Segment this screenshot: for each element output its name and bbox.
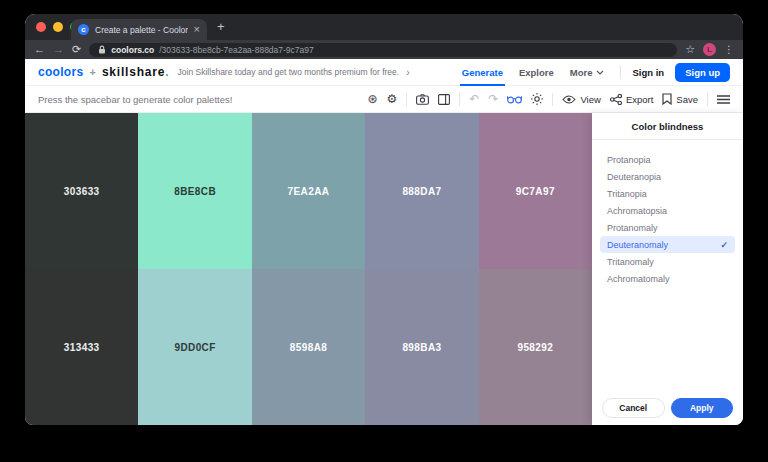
palette-column-4[interactable]: 888DA7 898BA3 bbox=[365, 113, 478, 425]
swatch-simulated[interactable]: 9DD0CF bbox=[138, 269, 251, 425]
view-button[interactable]: View bbox=[562, 94, 600, 105]
profile-avatar[interactable]: L bbox=[703, 43, 716, 56]
hex-label: 9C7A97 bbox=[516, 186, 555, 197]
hex-label: 898BA3 bbox=[402, 342, 441, 353]
skillshare-logo[interactable]: skillshare bbox=[102, 65, 165, 79]
apply-button[interactable]: Apply bbox=[671, 398, 734, 418]
palette-column-1[interactable]: 303633 313433 bbox=[25, 113, 138, 425]
palette: 303633 313433 8BE8CB 9DD0CF 7EA2AA 8598A… bbox=[25, 113, 592, 425]
hex-label: 888DA7 bbox=[402, 186, 441, 197]
back-icon[interactable]: ← bbox=[34, 44, 45, 55]
swatch-original[interactable]: 7EA2AA bbox=[252, 113, 365, 269]
redo-icon[interactable]: ↷ bbox=[488, 93, 498, 105]
export-label: Export bbox=[626, 94, 653, 105]
swatch-simulated[interactable]: 313433 bbox=[25, 269, 138, 425]
new-tab-button[interactable]: + bbox=[217, 19, 225, 34]
hex-label: 958292 bbox=[517, 342, 553, 353]
option-protanopia[interactable]: Protanopia bbox=[600, 151, 735, 168]
check-icon: ✓ bbox=[720, 240, 728, 250]
browser-window: c Create a palette - Coolors × + ← → ⟳ c… bbox=[25, 14, 743, 425]
option-tritanomaly[interactable]: Tritanomaly bbox=[600, 253, 735, 270]
generator-toolbar: Press the spacebar to generate color pal… bbox=[25, 86, 743, 113]
reload-icon[interactable]: ⟳ bbox=[72, 44, 81, 55]
brightness-sun-icon[interactable] bbox=[531, 93, 543, 105]
nav-more[interactable]: More bbox=[570, 59, 604, 86]
hex-label: 8BE8CB bbox=[174, 186, 216, 197]
plus-separator: + bbox=[89, 66, 95, 78]
nav-generate[interactable]: Generate bbox=[462, 59, 503, 86]
palette-column-3[interactable]: 7EA2AA 8598A8 bbox=[252, 113, 365, 425]
nav-more-label: More bbox=[570, 67, 593, 78]
browser-tab[interactable]: c Create a palette - Coolors × bbox=[71, 19, 207, 40]
hex-label: 7EA2AA bbox=[288, 186, 330, 197]
bookmark-star-icon[interactable]: ☆ bbox=[685, 43, 695, 56]
skillshare-logo-dot: . bbox=[165, 65, 168, 79]
swatch-original[interactable]: 9C7A97 bbox=[479, 113, 592, 269]
palette-column-5[interactable]: 9C7A97 958292 bbox=[479, 113, 592, 425]
undo-icon[interactable]: ↶ bbox=[469, 93, 479, 105]
color-blindness-panel: Color blindness Protanopia Deuteranopia … bbox=[592, 113, 743, 425]
option-tritanopia[interactable]: Tritanopia bbox=[600, 185, 735, 202]
forward-icon[interactable]: → bbox=[53, 44, 64, 55]
save-label: Save bbox=[676, 94, 698, 105]
sign-in-button[interactable]: Sign in bbox=[633, 67, 665, 78]
url-host: coolors.co bbox=[111, 45, 154, 55]
chrome-actions: ☆ L ⋮ bbox=[685, 43, 734, 56]
export-button[interactable]: Export bbox=[610, 94, 653, 105]
save-button[interactable]: Save bbox=[662, 93, 698, 105]
wheel-icon[interactable]: ⊛ bbox=[368, 93, 378, 105]
minimize-window-button[interactable] bbox=[53, 22, 63, 32]
option-achromatopsia[interactable]: Achromatopsia bbox=[600, 202, 735, 219]
swatch-original[interactable]: 8BE8CB bbox=[138, 113, 251, 269]
swatch-original[interactable]: 303633 bbox=[25, 113, 138, 269]
browser-toolbar: ← → ⟳ coolors.co/303633-8be8cb-7ea2aa-88… bbox=[25, 40, 743, 59]
swatch-original[interactable]: 888DA7 bbox=[365, 113, 478, 269]
sign-up-button[interactable]: Sign up bbox=[675, 63, 730, 82]
option-deuteranopia[interactable]: Deuteranopia bbox=[600, 168, 735, 185]
tab-strip: c Create a palette - Coolors × + bbox=[25, 14, 743, 40]
lock-icon bbox=[98, 45, 106, 54]
close-window-button[interactable] bbox=[36, 22, 46, 32]
panel-title: Color blindness bbox=[592, 113, 743, 140]
tab-title: Create a palette - Coolors bbox=[95, 25, 188, 35]
address-bar[interactable]: coolors.co/303633-8be8cb-7ea2aa-888da7-9… bbox=[89, 43, 677, 57]
site-header: coolors + skillshare. Join Skillshare to… bbox=[25, 59, 743, 86]
hex-label: 9DD0CF bbox=[174, 342, 215, 353]
panel-actions: Cancel Apply bbox=[592, 398, 743, 425]
hex-label: 8598A8 bbox=[290, 342, 327, 353]
coolors-logo[interactable]: coolors bbox=[38, 65, 83, 79]
color-blindness-glasses-icon[interactable] bbox=[507, 94, 522, 104]
bookmark-icon bbox=[662, 93, 672, 105]
nav-explore[interactable]: Explore bbox=[519, 59, 554, 86]
hex-label: 313433 bbox=[64, 342, 100, 353]
option-label: Deuteranomaly bbox=[607, 240, 668, 250]
promo-chevron-icon[interactable]: › bbox=[406, 67, 409, 78]
swatch-simulated[interactable]: 898BA3 bbox=[365, 269, 478, 425]
view-label: View bbox=[580, 94, 600, 105]
content-area: 303633 313433 8BE8CB 9DD0CF 7EA2AA 8598A… bbox=[25, 113, 743, 425]
url-path: /303633-8be8cb-7ea2aa-888da7-9c7a97 bbox=[159, 45, 314, 55]
camera-icon[interactable] bbox=[416, 94, 429, 105]
swatch-simulated[interactable]: 958292 bbox=[479, 269, 592, 425]
menu-hamburger-icon[interactable] bbox=[717, 95, 730, 104]
tab-close-icon[interactable]: × bbox=[194, 24, 200, 35]
settings-gear-icon[interactable]: ⚙ bbox=[387, 93, 398, 105]
spacebar-hint: Press the spacebar to generate color pal… bbox=[38, 94, 232, 105]
option-list: Protanopia Deuteranopia Tritanopia Achro… bbox=[592, 140, 743, 287]
option-deuteranomaly[interactable]: Deuteranomaly ✓ bbox=[600, 236, 735, 253]
chevron-down-icon bbox=[596, 70, 604, 75]
share-nodes-icon bbox=[610, 94, 622, 105]
cancel-button[interactable]: Cancel bbox=[602, 398, 665, 418]
promo-text: Join Skillshare today and get two months… bbox=[178, 67, 400, 77]
palette-column-2[interactable]: 8BE8CB 9DD0CF bbox=[138, 113, 251, 425]
option-achromatomaly[interactable]: Achromatomaly bbox=[600, 270, 735, 287]
swatch-simulated[interactable]: 8598A8 bbox=[252, 269, 365, 425]
hex-label: 303633 bbox=[64, 186, 100, 197]
layout-view-icon[interactable] bbox=[438, 94, 450, 105]
eye-icon bbox=[562, 95, 576, 104]
coolors-favicon-icon: c bbox=[78, 24, 89, 35]
browser-menu-icon[interactable]: ⋮ bbox=[724, 44, 734, 55]
option-protanomaly[interactable]: Protanomaly bbox=[600, 219, 735, 236]
